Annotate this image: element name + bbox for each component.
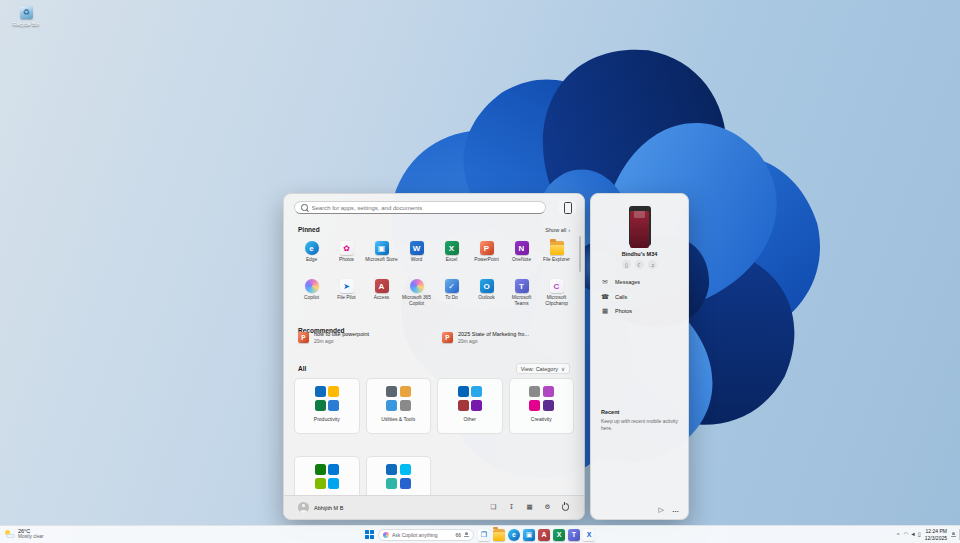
show-all-button[interactable]: Show all › <box>545 227 570 233</box>
settings-icon[interactable]: ⚙ <box>543 504 552 511</box>
app-label: PowerPoint <box>474 257 499 263</box>
pinned-app-copilot[interactable]: Copilot <box>294 276 329 312</box>
recycle-bin-label: Recycle Bin <box>13 21 39 27</box>
taskbar-app-edge[interactable]: e <box>508 529 520 541</box>
view-category-dropdown[interactable]: View: Category ∨ <box>516 363 570 374</box>
taskbar-app-microsoft-store[interactable]: ▣ <box>523 529 535 541</box>
battery-icon[interactable]: ▯ <box>622 260 631 269</box>
mini-app-tile <box>386 400 397 411</box>
app-label: Copilot <box>304 295 319 301</box>
clock-date: 12/3/2025 <box>925 535 947 541</box>
phone-menu-photos[interactable]: ▦Photos <box>591 304 688 319</box>
photos-icon: ▦ <box>601 308 609 315</box>
recommended-item[interactable]: Phow to use powerpoint20m ago <box>294 328 430 347</box>
pinned-app-powerpoint[interactable]: PPowerPoint <box>469 238 504 274</box>
app-label: Word <box>411 257 422 263</box>
device-name: Bindhu's M34 <box>591 251 688 257</box>
system-tray-icons[interactable]: ◠◄▯ <box>903 532 920 538</box>
scrollbar[interactable] <box>579 236 581 272</box>
app-label: File Pilot <box>337 295 355 301</box>
user-name: Abhijith M B <box>314 505 343 511</box>
phone-panel-toggle-button[interactable] <box>559 201 576 214</box>
app-label: Microsoft Store <box>365 257 397 263</box>
start-search-bar[interactable] <box>294 201 546 214</box>
microsoft-store-icon: ▣ <box>375 241 389 255</box>
excel-icon: X <box>553 529 565 541</box>
pinned-app-excel[interactable]: XExcel <box>434 238 469 274</box>
taskbar-app-x-app[interactable]: X <box>583 529 595 541</box>
start-button[interactable] <box>365 530 374 539</box>
taskbar-app-teams[interactable]: T <box>568 529 580 541</box>
pinned-app-microsoft-teams[interactable]: TMicrosoft Teams <box>504 276 539 312</box>
file-pilot-icon: ➤ <box>340 279 354 293</box>
phone-menu-messages[interactable]: ✉Messages <box>591 275 688 290</box>
microsoft-365-copilot-icon <box>410 279 424 293</box>
category-label: Utilities & Tools <box>381 416 415 422</box>
dnd-icon[interactable]: ☾ <box>635 260 644 269</box>
import-icon[interactable]: ↧ <box>507 504 516 511</box>
category-utilities-tools[interactable]: Utilities & Tools <box>366 378 432 434</box>
edge-icon: e <box>305 241 319 255</box>
taskbar-center: Ask Copilot anything 66 ❐e▣AXTX <box>365 526 595 543</box>
category-other[interactable]: Other <box>437 378 503 434</box>
pinned-app-onenote[interactable]: NOneNote <box>504 238 539 274</box>
category-apps-preview <box>315 464 340 489</box>
pinned-apps-grid: eEdge✿Photos▣Microsoft StoreWWordXExcelP… <box>294 238 574 312</box>
chevron-right-icon: › <box>568 227 570 233</box>
new-document-icon[interactable]: ❏ <box>489 504 498 511</box>
view-label: View: Category <box>521 366 558 372</box>
mini-app-tile <box>328 478 339 489</box>
send-icon[interactable]: ▷ <box>659 506 664 513</box>
mini-app-tile <box>315 386 326 397</box>
how-to-use-powerpoint-icon: P <box>298 332 309 343</box>
phone-link-panel: Bindhu's M34 ▯☾♫ ✉Messages☎Calls▦Photos … <box>590 193 689 520</box>
category-creativity[interactable]: Creativity <box>509 378 575 434</box>
start-search-input[interactable] <box>312 205 540 211</box>
task-view-icon: ❐ <box>478 529 490 541</box>
phone-recent-section: Recent Keep up with recent mobile activi… <box>601 409 680 432</box>
pinned-app-microsoft-365-copilot[interactable]: Microsoft 365 Copilot <box>399 276 434 312</box>
pictures-icon[interactable]: ▦ <box>525 504 534 511</box>
pinned-app-microsoft-clipchamp[interactable]: CMicrosoft Clipchamp <box>539 276 574 312</box>
category-apps-preview <box>458 386 483 411</box>
user-profile-button[interactable]: Abhijith M B <box>298 502 343 513</box>
pinned-app-file-explorer[interactable]: File Explorer <box>539 238 574 274</box>
notification-bell-icon[interactable] <box>951 532 956 537</box>
taskbar-app-access[interactable]: A <box>538 529 550 541</box>
pinned-app-word[interactable]: WWord <box>399 238 434 274</box>
taskbar-app-task-view[interactable]: ❐ <box>478 529 490 541</box>
category-grid: ProductivityUtilities & ToolsOtherCreati… <box>294 378 574 512</box>
recommended-item[interactable]: P2025 State of Marketing fro...20m ago <box>438 328 574 347</box>
recycle-bin[interactable]: ♻ Recycle Bin <box>8 6 44 27</box>
outlook-icon: O <box>480 279 494 293</box>
phone-menu-calls[interactable]: ☎Calls <box>591 290 688 305</box>
category-productivity[interactable]: Productivity <box>294 378 360 434</box>
pinned-app-microsoft-store[interactable]: ▣Microsoft Store <box>364 238 399 274</box>
pinned-app-file-pilot[interactable]: ➤File Pilot <box>329 276 364 312</box>
taskbar-app-file-explorer[interactable] <box>493 529 505 541</box>
hidden-icons-chevron[interactable]: ^ <box>897 532 900 538</box>
mini-app-tile <box>400 464 411 475</box>
show-all-label: Show all <box>545 227 566 233</box>
powerpoint-icon: P <box>480 241 494 255</box>
mini-app-tile <box>386 386 397 397</box>
pinned-app-photos[interactable]: ✿Photos <box>329 238 364 274</box>
taskbar-app-excel[interactable]: X <box>553 529 565 541</box>
pinned-app-access[interactable]: AAccess <box>364 276 399 312</box>
pinned-app-outlook[interactable]: OOutlook <box>469 276 504 312</box>
pinned-app-to-do[interactable]: ✓To Do <box>434 276 469 312</box>
app-label: Microsoft Teams <box>505 295 538 306</box>
win-pane <box>370 530 374 534</box>
app-label: Outlook <box>478 295 495 301</box>
power-icon[interactable] <box>561 503 570 512</box>
taskbar-weather-widget[interactable]: 26°C Mostly clear <box>4 528 44 541</box>
mini-app-tile <box>400 386 411 397</box>
phone-screen <box>630 211 649 248</box>
phone-preview[interactable] <box>629 206 651 246</box>
taskbar-clock[interactable]: 12:24 PM 12/3/2025 <box>925 528 947 541</box>
access-icon: A <box>375 279 389 293</box>
taskbar-search-box[interactable]: Ask Copilot anything 66 <box>378 529 474 541</box>
audio-icon[interactable]: ♫ <box>648 260 657 269</box>
pinned-app-edge[interactable]: eEdge <box>294 238 329 274</box>
more-options-button[interactable]: … <box>672 506 679 513</box>
